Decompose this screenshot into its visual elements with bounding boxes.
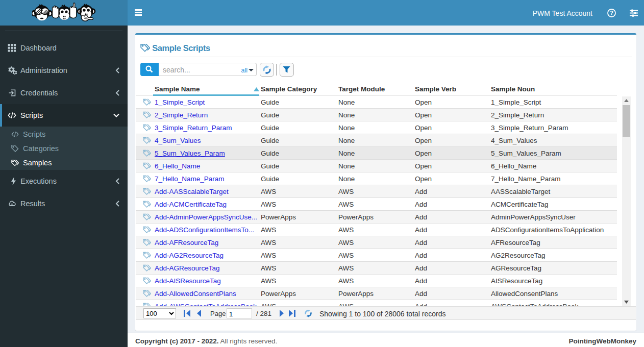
svg-text:?: ? xyxy=(610,10,613,16)
